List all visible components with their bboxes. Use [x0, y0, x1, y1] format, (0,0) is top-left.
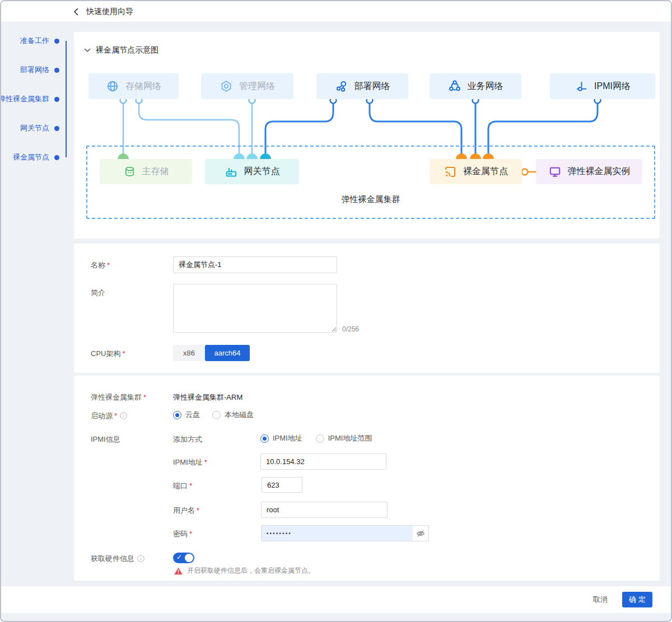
radio-dot — [212, 411, 221, 419]
page-title: 快速使用向导 — [86, 7, 133, 17]
required-asterisk: * — [197, 506, 199, 515]
cpu-arch-segmented-control: x86 aarch64 — [173, 345, 250, 361]
circle-nodes-icon — [448, 79, 461, 93]
step-item-deploy-network[interactable]: 部署网络 — [20, 65, 59, 75]
step-item-baremetal[interactable]: 裸金属节点 — [13, 152, 59, 162]
step-dot — [54, 68, 59, 73]
info-icon[interactable] — [120, 412, 127, 419]
ipmi-address-label: IPMI地址* — [173, 457, 207, 467]
diagram-node-label: 管理网络 — [239, 81, 275, 92]
password-label: 密码* — [173, 529, 192, 539]
radio-cloud-disk[interactable]: 云盘 — [173, 410, 200, 420]
radio-dot — [260, 434, 269, 443]
diagram-node-ipmi-network: IPMI网络 — [550, 73, 655, 99]
diagram-node-label: 网关节点 — [244, 166, 280, 177]
router-icon — [225, 165, 238, 179]
ipmi-section-label: IPMI信息 — [91, 434, 120, 445]
diagram-node-baremetal: 裸金属节点 — [430, 159, 522, 184]
diagram-node-storage-network: 存储网络 — [88, 73, 179, 99]
eye-off-icon[interactable] — [413, 526, 428, 541]
diagram-node-label: 业务网络 — [468, 81, 503, 92]
diagram-node-primary-storage: 主存储 — [100, 159, 192, 184]
back-button[interactable] — [73, 8, 78, 16]
node-form-panel: 弹性裸金属集群* 弹性裸金属集群-ARM 启动源* 云盘 本地磁盘 IPMI信息… — [74, 376, 660, 581]
hw-warning-text: 开启获取硬件信息后，会重启裸金属节点。 — [187, 566, 315, 576]
boot-source-label: 启动源* — [91, 411, 127, 421]
radio-dot — [173, 411, 181, 419]
tee-connector-icon — [575, 79, 588, 93]
step-dot — [54, 155, 59, 160]
add-method-label: 添加方式 — [173, 434, 202, 445]
step-dot — [54, 39, 59, 44]
info-icon[interactable] — [137, 555, 144, 562]
diagram-node-label: 部署网络 — [354, 81, 390, 92]
required-asterisk: * — [189, 481, 192, 490]
top-bar: 快速使用向导 — [1, 1, 671, 22]
cluster-label: 弹性裸金属集群 — [86, 194, 655, 205]
username-label: 用户名* — [173, 506, 199, 516]
password-input[interactable]: •••••••• — [261, 525, 429, 541]
diagram-node-label: 弹性裸金属实例 — [568, 166, 631, 177]
required-asterisk: * — [107, 261, 110, 269]
required-asterisk: * — [143, 393, 146, 401]
port-label: 端口* — [173, 481, 192, 491]
diagram-node-label: 裸金属节点 — [463, 166, 508, 177]
confirm-button[interactable]: 确定 — [622, 592, 652, 607]
port-input[interactable] — [262, 477, 302, 493]
required-asterisk: * — [122, 349, 125, 358]
diagram-panel: 裸金属节点示意图 — [74, 32, 660, 238]
boot-source-radio-group: 云盘 本地磁盘 — [173, 410, 254, 420]
radio-dot — [316, 434, 324, 443]
cancel-button[interactable]: 取消 — [593, 595, 608, 605]
desc-char-counter: 0/256 — [342, 325, 359, 333]
radio-ipmi-address[interactable]: IPMI地址 — [260, 433, 302, 443]
required-asterisk: * — [114, 411, 117, 420]
hw-info-label: 获取硬件信息 — [91, 554, 144, 564]
footer-bar: 取消 确定 — [1, 586, 671, 613]
diagram-node-deploy-network: 部署网络 — [316, 73, 408, 99]
hw-warning: 开启获取硬件信息后，会重启裸金属节点。 — [174, 566, 315, 576]
step-connector-line — [66, 41, 67, 157]
toggle-knob — [185, 554, 193, 562]
radio-local-disk[interactable]: 本地磁盘 — [212, 410, 254, 420]
desc-textarea[interactable] — [173, 284, 337, 333]
cpu-arch-label: CPU架构* — [91, 349, 125, 359]
diagram-node-label: IPMI网络 — [594, 81, 631, 92]
step-item-cluster[interactable]: 弹性裸金属集群 — [0, 94, 59, 104]
database-icon — [123, 165, 136, 178]
hw-info-toggle[interactable]: ✓ — [173, 553, 194, 563]
share-nodes-icon — [335, 79, 348, 93]
add-method-radio-group: IPMI地址 IPMI地址范围 — [260, 433, 372, 443]
cast-icon — [444, 165, 457, 179]
nut-icon — [220, 79, 233, 93]
diagram-node-label: 存储网络 — [125, 81, 161, 92]
desc-label: 简介 — [91, 288, 105, 298]
wizard-window: 快速使用向导 准备工作 部署网络 弹性裸金属集群 网关节点 裸金属节点 裸金属节… — [0, 0, 672, 622]
cpu-option-aarch64[interactable]: aarch64 — [205, 345, 250, 361]
step-item-prepare[interactable]: 准备工作 — [20, 36, 59, 46]
username-input[interactable] — [261, 502, 388, 518]
diagram-node-instance: 弹性裸金属实例 — [536, 159, 642, 184]
cpu-option-x86[interactable]: x86 — [173, 345, 205, 361]
monitor-icon — [548, 165, 562, 179]
diagram-node-gateway: 网关节点 — [205, 159, 299, 184]
password-masked-value: •••••••• — [262, 526, 413, 541]
name-label: 名称* — [91, 260, 110, 270]
required-asterisk: * — [204, 458, 207, 466]
diagram-node-business-network: 业务网络 — [430, 73, 521, 99]
ipmi-address-input[interactable] — [260, 453, 386, 470]
basic-form-panel: 名称* 简介 0/256 CPU架构* x86 aarch64 — [74, 244, 660, 373]
back-chevron-icon — [73, 8, 78, 16]
name-input[interactable] — [173, 256, 337, 273]
warning-triangle-icon — [174, 567, 183, 575]
required-asterisk: * — [189, 530, 192, 538]
cluster-field-value: 弹性裸金属集群-ARM — [173, 392, 242, 403]
radio-ipmi-address-range[interactable]: IPMI地址范围 — [316, 433, 372, 443]
diagram-node-mgmt-network: 管理网络 — [201, 73, 293, 99]
globe-icon — [106, 79, 119, 93]
cluster-field-label: 弹性裸金属集群* — [91, 392, 146, 403]
step-dot — [54, 97, 59, 102]
step-item-gateway[interactable]: 网关节点 — [20, 123, 59, 133]
step-dot — [54, 126, 59, 131]
diagram-node-label: 主存储 — [142, 166, 169, 177]
